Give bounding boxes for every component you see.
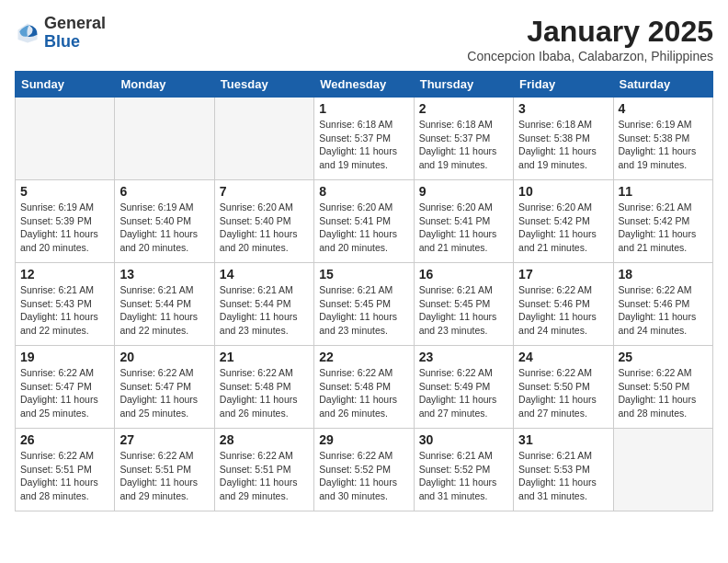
day-number: 13 <box>119 267 209 282</box>
title-block: January 2025 Concepcion Ibaba, Calabarzo… <box>467 15 713 63</box>
calendar-cell: 6Sunrise: 6:19 AMSunset: 5:40 PMDaylight… <box>115 180 214 263</box>
day-number: 22 <box>319 350 408 364</box>
calendar-week-1: 1Sunrise: 6:18 AMSunset: 5:37 PMDaylight… <box>16 98 713 180</box>
calendar-cell: 28Sunrise: 6:22 AMSunset: 5:51 PMDayligh… <box>214 429 313 511</box>
calendar-cell: 14Sunrise: 6:21 AMSunset: 5:44 PMDayligh… <box>214 263 313 346</box>
day-number: 20 <box>119 350 209 364</box>
day-number: 15 <box>319 267 408 282</box>
calendar-cell: 25Sunrise: 6:22 AMSunset: 5:50 PMDayligh… <box>613 346 712 429</box>
day-info: Sunrise: 6:19 AMSunset: 5:40 PMDaylight:… <box>119 201 209 255</box>
calendar-cell: 23Sunrise: 6:22 AMSunset: 5:49 PMDayligh… <box>414 346 513 429</box>
calendar-body: 1Sunrise: 6:18 AMSunset: 5:37 PMDaylight… <box>16 98 713 511</box>
day-info: Sunrise: 6:22 AMSunset: 5:50 PMDaylight:… <box>518 366 608 420</box>
calendar-table: SundayMondayTuesdayWednesdayThursdayFrid… <box>15 71 713 511</box>
calendar-week-2: 5Sunrise: 6:19 AMSunset: 5:39 PMDaylight… <box>16 180 713 263</box>
day-info: Sunrise: 6:22 AMSunset: 5:51 PMDaylight:… <box>119 449 209 503</box>
weekday-header-thursday: Thursday <box>414 72 513 98</box>
calendar-cell: 20Sunrise: 6:22 AMSunset: 5:47 PMDayligh… <box>115 346 214 429</box>
calendar-cell: 26Sunrise: 6:22 AMSunset: 5:51 PMDayligh… <box>16 429 115 511</box>
calendar-cell: 30Sunrise: 6:21 AMSunset: 5:52 PMDayligh… <box>414 429 513 511</box>
weekday-header-row: SundayMondayTuesdayWednesdayThursdayFrid… <box>16 72 713 98</box>
day-info: Sunrise: 6:22 AMSunset: 5:52 PMDaylight:… <box>319 449 408 503</box>
calendar-cell: 10Sunrise: 6:20 AMSunset: 5:42 PMDayligh… <box>514 180 613 263</box>
day-number: 11 <box>619 184 708 199</box>
weekday-header-tuesday: Tuesday <box>214 72 313 98</box>
day-number: 29 <box>319 432 408 447</box>
day-info: Sunrise: 6:22 AMSunset: 5:51 PMDaylight:… <box>20 449 109 503</box>
day-number: 12 <box>20 267 109 282</box>
weekday-header-wednesday: Wednesday <box>314 72 414 98</box>
calendar-week-4: 19Sunrise: 6:22 AMSunset: 5:47 PMDayligh… <box>16 346 713 429</box>
day-number: 30 <box>419 432 508 447</box>
calendar-week-3: 12Sunrise: 6:21 AMSunset: 5:43 PMDayligh… <box>16 263 713 346</box>
calendar-cell <box>613 429 712 511</box>
day-info: Sunrise: 6:22 AMSunset: 5:48 PMDaylight:… <box>220 366 309 420</box>
calendar-cell: 27Sunrise: 6:22 AMSunset: 5:51 PMDayligh… <box>115 429 214 511</box>
day-info: Sunrise: 6:21 AMSunset: 5:43 PMDaylight:… <box>20 283 109 338</box>
day-number: 4 <box>619 101 708 116</box>
day-number: 10 <box>518 184 608 199</box>
day-info: Sunrise: 6:20 AMSunset: 5:41 PMDaylight:… <box>419 201 508 255</box>
day-number: 31 <box>518 432 608 447</box>
day-number: 1 <box>319 101 408 116</box>
day-number: 26 <box>20 432 109 447</box>
day-info: Sunrise: 6:21 AMSunset: 5:53 PMDaylight:… <box>518 449 608 503</box>
day-number: 19 <box>20 350 109 364</box>
day-info: Sunrise: 6:22 AMSunset: 5:50 PMDaylight:… <box>619 366 708 420</box>
day-info: Sunrise: 6:22 AMSunset: 5:47 PMDaylight:… <box>119 366 209 420</box>
calendar-cell: 5Sunrise: 6:19 AMSunset: 5:39 PMDaylight… <box>16 180 115 263</box>
calendar-cell: 2Sunrise: 6:18 AMSunset: 5:37 PMDaylight… <box>414 98 513 180</box>
day-number: 3 <box>518 101 608 116</box>
calendar-cell: 21Sunrise: 6:22 AMSunset: 5:48 PMDayligh… <box>214 346 313 429</box>
day-number: 8 <box>319 184 408 199</box>
calendar-cell: 4Sunrise: 6:19 AMSunset: 5:38 PMDaylight… <box>613 98 712 180</box>
day-number: 27 <box>119 432 209 447</box>
calendar-week-5: 26Sunrise: 6:22 AMSunset: 5:51 PMDayligh… <box>16 429 713 511</box>
calendar-cell: 1Sunrise: 6:18 AMSunset: 5:37 PMDaylight… <box>314 98 414 180</box>
logo: General Blue <box>15 15 106 52</box>
calendar-cell: 17Sunrise: 6:22 AMSunset: 5:46 PMDayligh… <box>514 263 613 346</box>
day-number: 25 <box>619 350 708 364</box>
day-info: Sunrise: 6:19 AMSunset: 5:38 PMDaylight:… <box>619 118 708 172</box>
day-info: Sunrise: 6:22 AMSunset: 5:47 PMDaylight:… <box>20 366 109 420</box>
day-number: 18 <box>619 267 708 282</box>
calendar-cell: 7Sunrise: 6:20 AMSunset: 5:40 PMDaylight… <box>214 180 313 263</box>
calendar-cell <box>214 98 313 180</box>
calendar-cell: 24Sunrise: 6:22 AMSunset: 5:50 PMDayligh… <box>514 346 613 429</box>
day-info: Sunrise: 6:22 AMSunset: 5:49 PMDaylight:… <box>419 366 508 420</box>
day-info: Sunrise: 6:20 AMSunset: 5:42 PMDaylight:… <box>518 201 608 255</box>
day-info: Sunrise: 6:21 AMSunset: 5:44 PMDaylight:… <box>220 283 309 338</box>
logo-icon <box>15 20 40 46</box>
weekday-header-monday: Monday <box>115 72 214 98</box>
calendar-cell <box>16 98 115 180</box>
calendar-cell: 13Sunrise: 6:21 AMSunset: 5:44 PMDayligh… <box>115 263 214 346</box>
day-number: 7 <box>220 184 309 199</box>
day-number: 6 <box>119 184 209 199</box>
day-info: Sunrise: 6:20 AMSunset: 5:40 PMDaylight:… <box>220 201 309 255</box>
day-info: Sunrise: 6:21 AMSunset: 5:42 PMDaylight:… <box>619 201 708 255</box>
calendar-cell: 31Sunrise: 6:21 AMSunset: 5:53 PMDayligh… <box>514 429 613 511</box>
day-info: Sunrise: 6:22 AMSunset: 5:46 PMDaylight:… <box>518 283 608 338</box>
page-header: General Blue January 2025 Concepcion Iba… <box>15 15 713 63</box>
calendar-cell: 9Sunrise: 6:20 AMSunset: 5:41 PMDaylight… <box>414 180 513 263</box>
calendar-cell: 22Sunrise: 6:22 AMSunset: 5:48 PMDayligh… <box>314 346 414 429</box>
calendar-cell <box>115 98 214 180</box>
calendar-header: SundayMondayTuesdayWednesdayThursdayFrid… <box>16 72 713 98</box>
day-info: Sunrise: 6:21 AMSunset: 5:45 PMDaylight:… <box>319 283 408 338</box>
day-number: 9 <box>419 184 508 199</box>
calendar-title: January 2025 <box>467 15 713 49</box>
day-info: Sunrise: 6:21 AMSunset: 5:44 PMDaylight:… <box>119 283 209 338</box>
calendar-cell: 18Sunrise: 6:22 AMSunset: 5:46 PMDayligh… <box>613 263 712 346</box>
day-info: Sunrise: 6:18 AMSunset: 5:37 PMDaylight:… <box>419 118 508 172</box>
weekday-header-saturday: Saturday <box>613 72 712 98</box>
day-info: Sunrise: 6:22 AMSunset: 5:48 PMDaylight:… <box>319 366 408 420</box>
calendar-cell: 12Sunrise: 6:21 AMSunset: 5:43 PMDayligh… <box>16 263 115 346</box>
day-info: Sunrise: 6:21 AMSunset: 5:45 PMDaylight:… <box>419 283 508 338</box>
calendar-cell: 15Sunrise: 6:21 AMSunset: 5:45 PMDayligh… <box>314 263 414 346</box>
weekday-header-sunday: Sunday <box>16 72 115 98</box>
day-number: 28 <box>220 432 309 447</box>
calendar-cell: 16Sunrise: 6:21 AMSunset: 5:45 PMDayligh… <box>414 263 513 346</box>
day-number: 2 <box>419 101 508 116</box>
day-info: Sunrise: 6:21 AMSunset: 5:52 PMDaylight:… <box>419 449 508 503</box>
day-info: Sunrise: 6:22 AMSunset: 5:46 PMDaylight:… <box>619 283 708 338</box>
